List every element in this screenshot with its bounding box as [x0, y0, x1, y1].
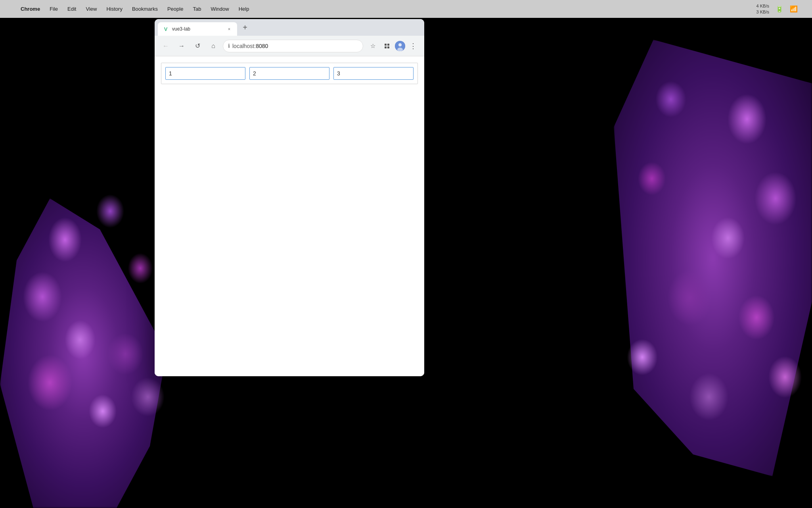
menubar-window[interactable]: Window	[211, 6, 229, 12]
nav-right-icons: ☆ ⋮	[366, 40, 419, 52]
extensions-icon	[384, 43, 390, 49]
menubar-help[interactable]: Help	[239, 6, 249, 12]
tab-favicon: V	[163, 26, 169, 32]
profile-avatar[interactable]	[395, 41, 405, 51]
menubar-right-area: 4 KB/s 3 KB/s 🔋 📶	[756, 3, 804, 15]
svg-rect-2	[385, 46, 387, 48]
wifi-icon: 📶	[790, 5, 798, 13]
menubar-history[interactable]: History	[106, 6, 122, 12]
back-button[interactable]: ←	[159, 40, 172, 52]
menubar-view[interactable]: View	[86, 6, 97, 12]
address-info-icon: ℹ	[228, 43, 230, 49]
menubar-tab[interactable]: Tab	[193, 6, 201, 12]
extensions-button[interactable]	[381, 40, 393, 52]
menubar-people[interactable]: People	[167, 6, 183, 12]
input-field-1[interactable]	[165, 67, 245, 80]
battery-icon: 🔋	[776, 5, 783, 13]
menubar-chrome[interactable]: Chrome	[21, 6, 40, 12]
menubar: Chrome File Edit View History Bookmarks …	[0, 0, 812, 18]
bookmark-button[interactable]: ☆	[366, 40, 379, 52]
forward-button[interactable]: →	[175, 40, 188, 52]
svg-point-5	[398, 43, 402, 46]
address-domain: 8080	[256, 43, 268, 49]
tab-active[interactable]: V vue3-lab ×	[158, 22, 237, 36]
bg-flowers-right-overlay	[614, 60, 804, 456]
tab-title: vue3-lab	[172, 26, 223, 32]
menubar-edit[interactable]: Edit	[67, 6, 76, 12]
menubar-bookmarks[interactable]: Bookmarks	[132, 6, 158, 12]
address-bar[interactable]: ℹ localhost:8080	[223, 40, 363, 52]
reload-button[interactable]: ↺	[191, 40, 204, 52]
web-content	[155, 56, 424, 376]
svg-rect-3	[387, 46, 389, 48]
tab-close-button[interactable]: ×	[226, 26, 232, 32]
home-button[interactable]: ⌂	[207, 40, 220, 52]
nav-bar: ← → ↺ ⌂ ℹ localhost:8080 ☆	[155, 36, 424, 56]
avatar-image	[395, 41, 405, 51]
address-protocol: localhost	[232, 43, 254, 49]
browser-window: V vue3-lab × + ← → ↺ ⌂ ℹ localhost:8080 …	[155, 19, 424, 376]
menubar-file[interactable]: File	[50, 6, 58, 12]
address-text: localhost:8080	[232, 43, 358, 49]
svg-rect-0	[385, 44, 387, 46]
tab-bar: V vue3-lab × +	[155, 19, 424, 36]
input-row	[161, 63, 418, 84]
bg-flowers-left-overlay	[20, 183, 170, 468]
input-field-2[interactable]	[249, 67, 329, 80]
chrome-menu-button[interactable]: ⋮	[407, 40, 419, 52]
svg-rect-1	[387, 44, 389, 46]
input-field-3[interactable]	[333, 67, 414, 80]
new-tab-button[interactable]: +	[239, 22, 251, 33]
network-stats: 4 KB/s 3 KB/s	[756, 3, 769, 15]
